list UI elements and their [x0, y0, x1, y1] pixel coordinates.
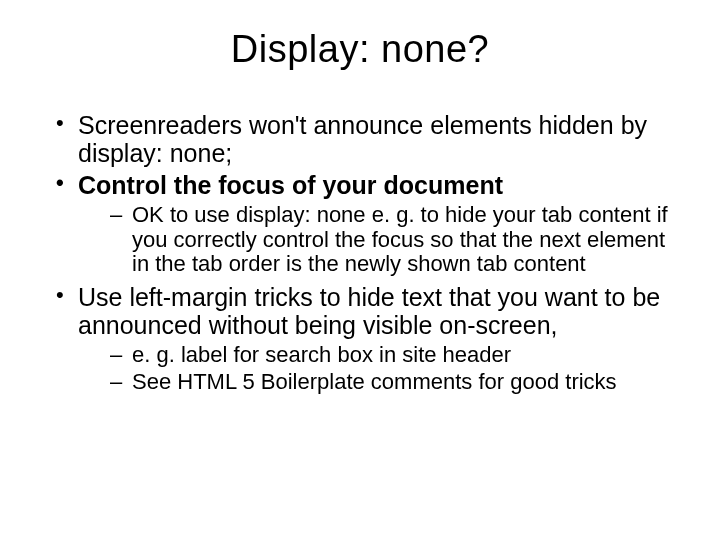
bullet-item: Control the focus of your document OK to… — [50, 171, 670, 277]
bullet-item: Screenreaders won't announce elements hi… — [50, 111, 670, 167]
bullet-item: Use left-margin tricks to hide text that… — [50, 283, 670, 394]
sub-bullet-list: e. g. label for search box in site heade… — [78, 343, 670, 394]
sub-bullet-text: e. g. label for search box in site heade… — [132, 342, 511, 367]
sub-bullet-item: OK to use display: none e. g. to hide yo… — [108, 203, 670, 277]
bullet-text: Screenreaders won't announce elements hi… — [78, 111, 647, 167]
bullet-text: Use left-margin tricks to hide text that… — [78, 283, 660, 339]
sub-bullet-list: OK to use display: none e. g. to hide yo… — [78, 203, 670, 277]
bullet-list: Screenreaders won't announce elements hi… — [50, 111, 670, 394]
sub-bullet-text: See HTML 5 Boilerplate comments for good… — [132, 369, 617, 394]
slide-title: Display: none? — [50, 28, 670, 71]
sub-bullet-item: e. g. label for search box in site heade… — [108, 343, 670, 368]
sub-bullet-text: OK to use display: none e. g. to hide yo… — [132, 202, 668, 276]
bullet-text: Control the focus of your document — [78, 171, 503, 199]
sub-bullet-item: See HTML 5 Boilerplate comments for good… — [108, 370, 670, 395]
